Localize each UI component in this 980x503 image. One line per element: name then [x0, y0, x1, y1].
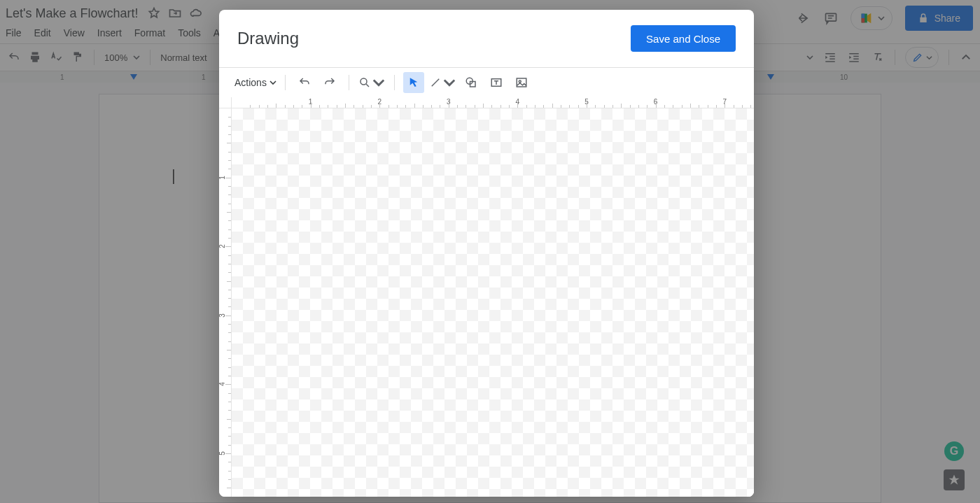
image-tool-button[interactable]: [511, 72, 532, 93]
separator: [349, 75, 349, 90]
line-tool-button[interactable]: [428, 72, 456, 93]
svg-rect-5: [517, 78, 526, 87]
actions-menu[interactable]: Actions: [234, 77, 276, 88]
separator: [285, 75, 286, 90]
undo-button[interactable]: [294, 72, 315, 93]
canvas-area: 1234567 12345: [219, 97, 754, 497]
save-and-close-button[interactable]: Save and Close: [631, 25, 736, 52]
horizontal-ruler[interactable]: 1234567: [232, 97, 754, 108]
zoom-button[interactable]: [358, 72, 386, 93]
vertical-ruler[interactable]: 12345: [219, 108, 232, 497]
separator: [394, 75, 395, 90]
drawing-canvas[interactable]: [232, 108, 754, 497]
ruler-corner: [219, 97, 232, 108]
drawing-toolbar: Actions: [219, 68, 754, 97]
textbox-tool-button[interactable]: [486, 72, 507, 93]
svg-point-1: [360, 78, 367, 85]
actions-label: Actions: [234, 77, 267, 88]
dialog-title: Drawing: [237, 29, 299, 48]
select-tool-button[interactable]: [403, 72, 424, 93]
drawing-dialog: Drawing Save and Close Actions: [219, 10, 754, 497]
svg-point-6: [519, 80, 521, 83]
shape-tool-button[interactable]: [461, 72, 482, 93]
dialog-header: Drawing Save and Close: [219, 10, 754, 67]
redo-button[interactable]: [319, 72, 340, 93]
